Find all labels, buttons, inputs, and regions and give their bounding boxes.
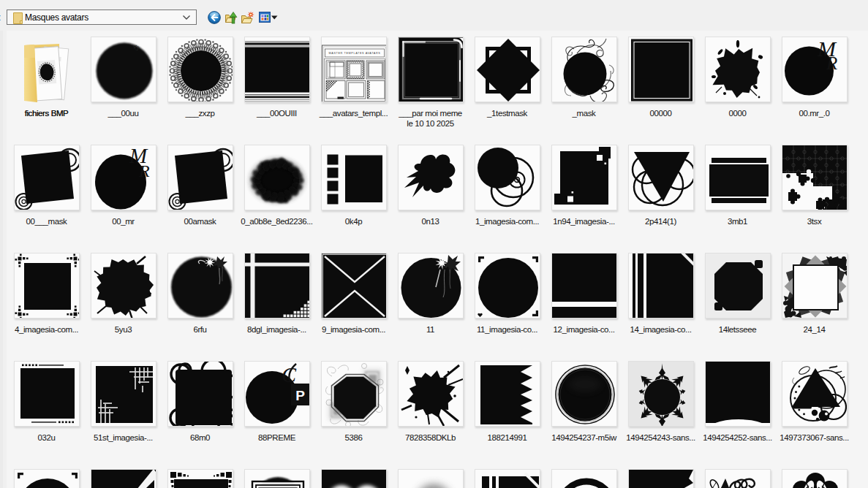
svg-text:R: R (138, 161, 150, 180)
svg-text:P: P (295, 388, 305, 403)
svg-text:MASTER TEMPLATES AVATARS: MASTER TEMPLATES AVATARS (328, 52, 380, 55)
svg-text:R: R (826, 53, 837, 73)
